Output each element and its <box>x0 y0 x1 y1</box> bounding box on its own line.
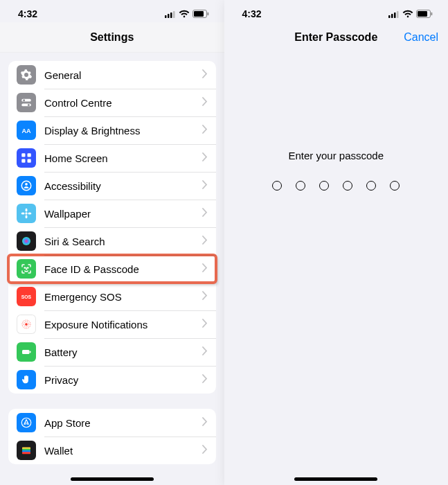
svg-rect-38 <box>391 14 393 18</box>
wifi-icon <box>179 10 190 18</box>
passcode-dot <box>343 181 352 191</box>
settings-row-exposure-notifications[interactable]: Exposure Notifications <box>8 310 216 338</box>
settings-row-general[interactable]: General <box>8 61 216 89</box>
svg-point-22 <box>28 213 31 215</box>
switches-icon <box>17 93 36 112</box>
settings-row-face-id-passcode[interactable]: Face ID & Passcode <box>8 255 216 283</box>
status-time: 4:32 <box>18 8 37 19</box>
row-label: Face ID & Passcode <box>44 263 202 275</box>
chevron-right-icon <box>202 263 208 275</box>
settings-list[interactable]: GeneralControl CentreAADisplay & Brightn… <box>0 53 224 485</box>
settings-title: Settings <box>90 31 134 44</box>
row-label: Privacy <box>44 374 202 386</box>
passcode-prompt: Enter your passcode <box>288 150 384 161</box>
settings-row-wallpaper[interactable]: Wallpaper <box>8 200 216 227</box>
row-label: General <box>44 69 202 81</box>
home-indicator[interactable] <box>71 477 154 481</box>
passcode-dot <box>296 181 305 191</box>
svg-rect-0 <box>165 15 167 18</box>
svg-rect-15 <box>28 159 31 163</box>
svg-point-18 <box>25 212 27 214</box>
status-icons <box>388 10 433 18</box>
svg-rect-14 <box>21 159 25 163</box>
cellular-icon <box>388 10 400 18</box>
svg-point-24 <box>24 267 25 268</box>
hand-icon <box>17 370 36 389</box>
svg-point-19 <box>26 209 28 212</box>
svg-point-20 <box>26 215 28 218</box>
burst-icon <box>17 315 36 334</box>
grid-icon <box>17 148 36 168</box>
svg-text:SOS: SOS <box>21 294 32 299</box>
battery-icon <box>17 342 36 362</box>
svg-rect-5 <box>194 11 204 17</box>
svg-rect-6 <box>207 12 208 15</box>
chevron-right-icon <box>202 318 208 330</box>
settings-row-app-store[interactable]: App Store <box>8 409 216 436</box>
status-time: 4:32 <box>242 8 262 19</box>
gear-icon <box>17 65 36 85</box>
person-icon <box>17 176 36 195</box>
settings-row-privacy[interactable]: Privacy <box>8 366 216 394</box>
passcode-dot <box>366 181 376 191</box>
flower-icon <box>17 204 36 223</box>
svg-point-17 <box>25 183 28 186</box>
chevron-right-icon <box>202 235 208 247</box>
svg-point-23 <box>22 237 30 245</box>
settings-group-1: GeneralControl CentreAADisplay & Brightn… <box>8 61 216 394</box>
row-label: App Store <box>44 417 202 429</box>
row-label: Accessibility <box>44 180 202 192</box>
passcode-nav: Enter Passcode Cancel <box>224 22 449 53</box>
settings-row-siri-search[interactable]: Siri & Search <box>8 227 216 255</box>
settings-group-2: App StoreWallet <box>8 409 216 464</box>
row-label: Home Screen <box>44 152 202 164</box>
svg-rect-2 <box>170 12 172 18</box>
svg-rect-12 <box>21 153 25 157</box>
settings-row-control-centre[interactable]: Control Centre <box>8 89 216 116</box>
cellular-icon <box>165 10 176 18</box>
settings-row-home-screen[interactable]: Home Screen <box>8 144 216 172</box>
battery-icon <box>416 10 433 18</box>
battery-icon <box>192 10 209 18</box>
passcode-dot <box>390 181 400 191</box>
chevron-right-icon <box>202 373 208 386</box>
passcode-dot <box>272 181 282 191</box>
face-icon <box>17 259 36 279</box>
passcode-body: Enter your passcode <box>224 53 449 485</box>
svg-point-21 <box>21 213 25 215</box>
svg-point-27 <box>25 323 28 326</box>
settings-row-emergency-sos[interactable]: SOSEmergency SOS <box>8 283 216 310</box>
row-label: Wallet <box>44 445 202 457</box>
chevron-right-icon <box>202 346 208 358</box>
settings-row-accessibility[interactable]: Accessibility <box>8 172 216 200</box>
appstore-icon <box>17 413 36 432</box>
wallet-icon <box>17 441 36 460</box>
svg-rect-3 <box>173 11 175 18</box>
svg-rect-43 <box>431 12 433 15</box>
cancel-button[interactable]: Cancel <box>404 22 438 53</box>
svg-rect-40 <box>397 11 399 18</box>
svg-rect-13 <box>28 153 31 157</box>
chevron-right-icon <box>202 179 208 192</box>
svg-rect-42 <box>418 11 427 17</box>
SOS-icon: SOS <box>17 287 36 306</box>
row-label: Display & Brightness <box>44 125 202 136</box>
passcode-dots[interactable] <box>272 181 400 191</box>
settings-row-battery[interactable]: Battery <box>8 338 216 366</box>
svg-text:AA: AA <box>22 127 31 134</box>
status-bar: 4:32 <box>0 6 224 22</box>
home-indicator[interactable] <box>294 477 377 481</box>
chevron-right-icon <box>202 444 208 457</box>
svg-rect-1 <box>168 14 170 18</box>
svg-rect-31 <box>30 351 31 353</box>
settings-row-display-brightness[interactable]: AADisplay & Brightness <box>8 116 216 144</box>
passcode-dot <box>319 181 329 191</box>
passcode-title: Enter Passcode <box>294 31 377 44</box>
svg-point-10 <box>28 104 30 106</box>
status-icons <box>165 10 209 18</box>
chevron-right-icon <box>202 96 208 109</box>
svg-rect-30 <box>22 350 30 354</box>
settings-row-wallet[interactable]: Wallet <box>8 436 216 464</box>
chevron-right-icon <box>202 207 208 220</box>
row-label: Emergency SOS <box>44 291 202 303</box>
